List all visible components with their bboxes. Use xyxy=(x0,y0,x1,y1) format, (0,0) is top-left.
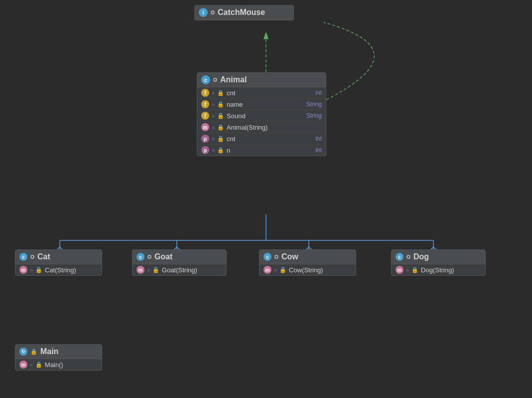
cat-badge: c xyxy=(19,253,27,261)
member-vis-4: ○ xyxy=(212,136,215,142)
animal-badge: c xyxy=(201,75,210,84)
animal-member-5: p ○ 🔒 n int xyxy=(197,145,326,156)
member-type-4: int xyxy=(315,135,322,142)
goat-member-badge: m xyxy=(136,266,144,274)
goat-title: Goat xyxy=(154,252,172,261)
goat-member-lock: 🔒 xyxy=(152,267,159,273)
member-lock-3: 🔒 xyxy=(217,124,224,131)
member-lock-0: 🔒 xyxy=(217,90,224,96)
cat-title: Cat xyxy=(37,252,50,261)
dog-badge: c xyxy=(396,253,403,261)
main-member-lock: 🔒 xyxy=(35,362,42,368)
animal-member-4: p ○ 🔒 cnt int xyxy=(197,133,326,145)
main-member-0: m ○ 🔒 Main() xyxy=(15,359,102,370)
member-badge-5: p xyxy=(201,146,209,154)
animal-class[interactable]: c Animal f ○ 🔒 cnt int f ○ 🔒 name String… xyxy=(197,72,326,156)
main-header: ↻ 🔒 Main xyxy=(15,345,102,359)
catchmouse-header: i CatchMouse xyxy=(195,5,293,20)
cat-member-badge: m xyxy=(19,266,27,274)
member-name-0: cnt xyxy=(227,89,313,97)
member-type-0: int xyxy=(315,89,322,96)
member-badge-2: f xyxy=(201,112,209,120)
dog-member-lock: 🔒 xyxy=(411,267,418,273)
main-lock: 🔒 xyxy=(30,349,37,355)
goat-badge: c xyxy=(136,253,144,261)
cat-dot xyxy=(30,255,34,259)
connections-svg xyxy=(0,0,532,398)
cat-header: c Cat xyxy=(15,250,102,264)
goat-class[interactable]: c Goat m ○ 🔒 Goat(String) xyxy=(132,249,227,276)
main-title: Main xyxy=(40,347,58,356)
catchmouse-badge: i xyxy=(199,8,208,17)
member-badge-3: m xyxy=(201,123,209,131)
dog-class[interactable]: c Dog m ○ 🔒 Dog(String) xyxy=(391,249,486,276)
cow-member-vis: ○ xyxy=(274,267,277,273)
goat-member-0: m ○ 🔒 Goat(String) xyxy=(133,264,226,275)
member-name-1: name xyxy=(227,101,304,108)
dog-member-vis: ○ xyxy=(406,267,409,273)
animal-title: Animal xyxy=(220,75,247,84)
cow-dot xyxy=(274,255,278,259)
cow-badge: c xyxy=(264,253,271,261)
catchmouse-dot xyxy=(211,10,215,14)
animal-member-1: f ○ 🔒 name String xyxy=(197,99,326,110)
diagram-canvas: i CatchMouse c Animal f ○ 🔒 cnt int f ○ … xyxy=(0,0,532,398)
member-vis-5: ○ xyxy=(212,148,215,153)
main-member-badge: m xyxy=(19,361,27,369)
member-name-5: n xyxy=(227,147,313,154)
main-badge: ↻ xyxy=(19,348,27,356)
main-class[interactable]: ↻ 🔒 Main m ○ 🔒 Main() xyxy=(15,344,102,371)
member-vis-3: ○ xyxy=(212,125,215,130)
member-name-2: Sound xyxy=(227,112,304,120)
cow-member-0: m ○ 🔒 Cow(String) xyxy=(260,264,356,275)
cow-member-badge: m xyxy=(264,266,271,274)
animal-header: c Animal xyxy=(197,73,326,87)
dog-member-badge: m xyxy=(396,266,403,274)
member-vis-0: ○ xyxy=(212,90,215,96)
cow-class[interactable]: c Cow m ○ 🔒 Cow(String) xyxy=(259,249,356,276)
cow-member-lock: 🔒 xyxy=(279,267,286,273)
member-lock-4: 🔒 xyxy=(217,136,224,142)
goat-member-name: Goat(String) xyxy=(162,266,222,274)
cat-member-0: m ○ 🔒 Cat(String) xyxy=(15,264,102,275)
member-badge-0: f xyxy=(201,89,209,97)
member-name-4: cnt xyxy=(227,135,313,143)
cat-member-name: Cat(String) xyxy=(45,266,98,274)
goat-header: c Goat xyxy=(133,250,226,264)
cat-class[interactable]: c Cat m ○ 🔒 Cat(String) xyxy=(15,249,102,276)
cow-title: Cow xyxy=(281,252,298,261)
member-type-1: String xyxy=(306,101,322,108)
dog-member-name: Dog(String) xyxy=(421,266,481,274)
catchmouse-title: CatchMouse xyxy=(218,8,265,17)
cat-member-lock: 🔒 xyxy=(35,267,42,273)
goat-dot xyxy=(147,255,151,259)
member-lock-5: 🔒 xyxy=(217,147,224,154)
dog-member-0: m ○ 🔒 Dog(String) xyxy=(392,264,485,275)
animal-member-0: f ○ 🔒 cnt int xyxy=(197,87,326,99)
member-lock-1: 🔒 xyxy=(217,101,224,108)
cow-header: c Cow xyxy=(260,250,356,264)
catchmouse-class[interactable]: i CatchMouse xyxy=(194,5,294,20)
goat-member-vis: ○ xyxy=(147,267,150,273)
animal-member-2: f ○ 🔒 Sound String xyxy=(197,110,326,122)
cat-member-vis: ○ xyxy=(30,267,33,273)
member-badge-1: f xyxy=(201,100,209,108)
dog-title: Dog xyxy=(413,252,429,261)
member-name-3: Animal(String) xyxy=(227,124,322,131)
dog-header: c Dog xyxy=(392,250,485,264)
member-type-2: String xyxy=(306,112,322,119)
cow-member-name: Cow(String) xyxy=(289,266,352,274)
member-badge-4: p xyxy=(201,135,209,143)
main-member-name: Main() xyxy=(45,361,98,369)
animal-dot xyxy=(213,78,217,82)
member-vis-2: ○ xyxy=(212,113,215,119)
member-type-5: int xyxy=(315,147,322,154)
member-vis-1: ○ xyxy=(212,102,215,107)
animal-member-3: m ○ 🔒 Animal(String) xyxy=(197,122,326,133)
member-lock-2: 🔒 xyxy=(217,113,224,119)
dog-dot xyxy=(406,255,410,259)
main-member-vis: ○ xyxy=(30,362,33,368)
